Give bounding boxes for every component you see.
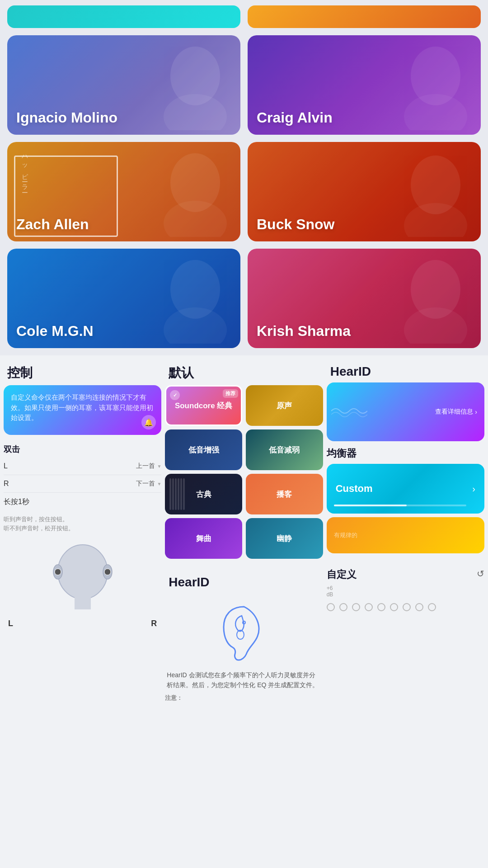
eq-dot-3[interactable] bbox=[352, 603, 360, 611]
long-press-label: 长按1秒 bbox=[4, 497, 161, 507]
person-card-krish[interactable]: Krish Sharma bbox=[248, 249, 481, 348]
panel-right: HearID 查看详细信息 › 均衡器 Custom › bbox=[327, 359, 484, 868]
svg-point-3 bbox=[404, 94, 467, 130]
eq-dot-7[interactable] bbox=[403, 603, 411, 611]
hearid-detail-chevron: › bbox=[475, 408, 477, 415]
preset-label-bass-cut: 低音减弱 bbox=[269, 445, 300, 455]
preset-btn-classic[interactable]: 古典 bbox=[165, 474, 242, 514]
control-select-R[interactable]: 下一首 ▼ bbox=[136, 480, 161, 488]
top-thumb-teal[interactable] bbox=[7, 5, 240, 28]
eq-dot-1[interactable] bbox=[327, 603, 335, 611]
preset-label-soundcore: Soundcore 经典 bbox=[175, 401, 233, 411]
wave-lines bbox=[331, 402, 367, 422]
eq-dots-row bbox=[327, 599, 484, 615]
preset-label-bass-boost: 低音增强 bbox=[188, 445, 219, 455]
preset-label-calm: 幽静 bbox=[277, 533, 292, 544]
preset-label-original: 原声 bbox=[277, 401, 292, 411]
eq-gold-label: 有规律的 bbox=[334, 531, 357, 539]
eq-dot-4[interactable] bbox=[365, 603, 373, 611]
person-name-krish: Krish Sharma bbox=[257, 323, 351, 339]
svg-point-9 bbox=[164, 307, 227, 344]
preset-btn-bass-boost[interactable]: 低音增强 bbox=[165, 429, 242, 470]
db-value: +6 bbox=[327, 585, 333, 591]
ear-svg bbox=[217, 602, 271, 661]
long-press-row: 长按1秒 bbox=[4, 493, 161, 515]
eq-bottom-bar bbox=[334, 505, 466, 506]
right-hearid-title: HearID bbox=[327, 359, 484, 382]
control-label-L: L bbox=[4, 462, 8, 470]
head-svg bbox=[42, 538, 123, 619]
person-card-cole[interactable]: Cole M.G.N bbox=[7, 249, 240, 348]
svg-point-11 bbox=[404, 307, 467, 344]
person-card-ignacio[interactable]: Ignacio Molino bbox=[7, 35, 240, 135]
person-card-craig[interactable]: Craig Alvin bbox=[248, 35, 481, 135]
hint-text: 听到声音时，按住按钮。 听不到声音时，松开按钮。 bbox=[4, 515, 161, 533]
ear-label-L: L bbox=[8, 619, 13, 628]
person-name-craig: Craig Alvin bbox=[257, 110, 333, 126]
info-box: 自定义命令仅在两个耳塞均连接的情况下才有效。如果只使用一侧的耳塞，该耳塞只能使用… bbox=[4, 385, 161, 435]
person-card-zach[interactable]: ハッピーラー Zach Allen bbox=[7, 142, 240, 241]
preset-btn-dance[interactable]: 舞曲 bbox=[165, 518, 242, 559]
svg-point-12 bbox=[58, 545, 108, 599]
bottom-section: 控制 自定义命令仅在两个耳塞均连接的情况下才有效。如果只使用一侧的耳塞，该耳塞只… bbox=[0, 355, 488, 868]
eq-gold-card[interactable]: 有规律的 bbox=[327, 517, 484, 553]
svg-point-7 bbox=[404, 203, 467, 237]
preset-check-icon: ✓ bbox=[170, 390, 180, 400]
person-grid: Ignacio Molino Craig Alvin ハッピーラー Zach A… bbox=[0, 28, 488, 355]
left-panel-title: 控制 bbox=[4, 359, 161, 385]
svg-point-16 bbox=[55, 569, 61, 575]
control-action-R: 下一首 bbox=[136, 480, 155, 488]
top-thumb-gold[interactable] bbox=[248, 5, 481, 28]
person-name-buck: Buck Snow bbox=[257, 217, 334, 232]
ear-illustration bbox=[165, 593, 323, 670]
control-row-R: R 下一首 ▼ bbox=[4, 475, 161, 493]
svg-point-1 bbox=[164, 94, 227, 130]
preset-btn-podcast[interactable]: 播客 bbox=[246, 474, 323, 514]
control-action-L: 上一首 bbox=[136, 462, 155, 470]
hearid-card[interactable]: 查看详细信息 › bbox=[327, 382, 484, 441]
hearid-note: 注意： bbox=[165, 694, 323, 702]
info-box-text: 自定义命令仅在两个耳塞均连接的情况下才有效。如果只使用一侧的耳塞，该耳塞只能使用… bbox=[11, 392, 154, 423]
japanese-text: ハッピーラー bbox=[21, 151, 29, 191]
eq-dot-2[interactable] bbox=[339, 603, 347, 611]
panel-left: 控制 自定义命令仅在两个耳塞均连接的情况下才有效。如果只使用一侧的耳塞，该耳塞只… bbox=[4, 359, 161, 868]
eq-dot-5[interactable] bbox=[377, 603, 385, 611]
preset-label-podcast: 播客 bbox=[277, 489, 292, 500]
control-label-R: R bbox=[4, 480, 9, 488]
hearid-detail-link[interactable]: 查看详细信息 › bbox=[435, 408, 477, 416]
custom-section-title: 自定义 bbox=[327, 568, 357, 581]
eq-bottom-bar-fill bbox=[334, 505, 407, 506]
preset-grid: ✓ Soundcore 经典 推荐 原声 低音增强 低音减弱 bbox=[165, 385, 323, 559]
preset-label-dance: 舞曲 bbox=[196, 533, 211, 544]
eq-dot-9[interactable] bbox=[428, 603, 436, 611]
ear-label-R: R bbox=[151, 619, 157, 628]
eq-dot-6[interactable] bbox=[390, 603, 398, 611]
hearid-detail-label: 查看详细信息 bbox=[435, 408, 473, 416]
preset-btn-original[interactable]: 原声 bbox=[246, 385, 323, 426]
db-unit: dB bbox=[327, 591, 333, 598]
preset-btn-calm[interactable]: 幽静 bbox=[246, 518, 323, 559]
eq-chevron-icon: › bbox=[472, 484, 475, 494]
person-card-buck[interactable]: Buck Snow bbox=[248, 142, 481, 241]
person-name-ignacio: Ignacio Molino bbox=[16, 110, 117, 126]
svg-point-17 bbox=[104, 569, 111, 575]
preset-tag-soundcore: 推荐 bbox=[223, 389, 238, 398]
eq-dot-8[interactable] bbox=[415, 603, 423, 611]
eq-card-custom[interactable]: Custom › bbox=[327, 464, 484, 514]
reset-icon[interactable]: ↺ bbox=[477, 568, 484, 579]
selection-frame bbox=[14, 156, 118, 237]
preset-btn-soundcore[interactable]: ✓ Soundcore 经典 推荐 bbox=[165, 385, 242, 426]
person-name-cole: Cole M.G.N bbox=[16, 323, 94, 339]
hearid-mid-title: HearID bbox=[165, 570, 323, 593]
middle-panel-title: 默认 bbox=[165, 359, 323, 385]
hint-line1: 听到声音时，按住按钮。 bbox=[4, 515, 161, 524]
svg-rect-13 bbox=[75, 596, 91, 609]
chevron-down-icon-L: ▼ bbox=[157, 464, 161, 469]
control-select-L[interactable]: 上一首 ▼ bbox=[136, 462, 161, 470]
hearid-section-mid: HearID HearID 会测试您在多个频率下的个人听力灵敏度并分析结果。然后… bbox=[165, 570, 323, 702]
panel-middle: 默认 ✓ Soundcore 经典 推荐 原声 低音增强 低音减弱 bbox=[165, 359, 323, 868]
head-display: L R bbox=[4, 538, 161, 637]
control-row-L: L 上一首 ▼ bbox=[4, 458, 161, 475]
preset-btn-bass-cut[interactable]: 低音减弱 bbox=[246, 429, 323, 470]
svg-point-5 bbox=[164, 201, 227, 237]
